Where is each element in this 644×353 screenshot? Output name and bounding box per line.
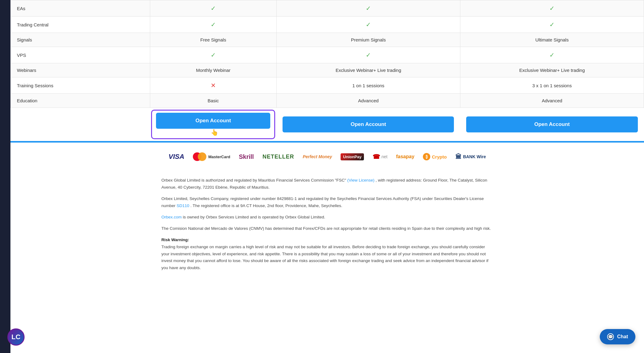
check-icon: ✓ — [549, 52, 555, 58]
table-row: Training Sessions ✕ 1 on 1 sessions 3 x … — [11, 77, 644, 94]
row-label: EAs — [11, 0, 150, 17]
orbex-link[interactable]: Orbex.com — [162, 215, 182, 219]
table-row: VPS ✓ ✓ ✓ — [11, 47, 644, 63]
fasapay-text: fasapay — [396, 154, 415, 159]
risk-warning-label: Risk Warning: — [162, 237, 189, 242]
col1-value: Basic — [150, 94, 276, 108]
bankwire-logo: 🏛 BANK Wire — [455, 153, 486, 160]
col3-value: ✓ — [460, 17, 644, 33]
neteller-logo: NETELLER — [263, 154, 294, 160]
legal-para4: The Comision National del Mercado de Val… — [162, 225, 493, 232]
col1-value: ✓ — [150, 0, 276, 17]
mastercard-text: MasterCard — [208, 155, 230, 159]
bank-icon: 🏛 — [455, 153, 462, 160]
perfectmoney-logo: Perfect Money — [303, 154, 332, 159]
left-sidebar — [0, 0, 10, 294]
sd110-link[interactable]: SD110 — [177, 203, 189, 208]
empty-cell — [11, 108, 150, 141]
legal-para3: Orbex.com is owned by Orbex Services Lim… — [162, 214, 493, 221]
crypto-text: Crypto — [432, 154, 447, 159]
col3-value: ✓ — [460, 47, 644, 63]
telenet-logo: ☎ .net — [373, 153, 387, 160]
row-label: Education — [11, 94, 150, 108]
col2-value: ✓ — [276, 0, 460, 17]
risk-warning-text: Trading foreign exchange on margin carri… — [162, 245, 489, 270]
open-account-col3: Open Account — [460, 108, 644, 141]
row-label: VPS — [11, 47, 150, 63]
check-icon: ✓ — [366, 21, 371, 28]
col2-value: ✓ — [276, 47, 460, 63]
perfectmoney-text: Perfect Money — [303, 154, 332, 159]
open-account-button-2[interactable]: Open Account — [283, 116, 454, 132]
open-account-row: Open Account 👆 Open Account Open Account — [11, 108, 644, 141]
col2-value: 1 on 1 sessions — [276, 77, 460, 94]
visa-logo: VISA — [169, 153, 184, 161]
col2-value: Advanced — [276, 94, 460, 108]
col3-value: Advanced — [460, 94, 644, 108]
col3-value: Exclusive Webinar+ Live trading — [460, 63, 644, 77]
row-label: Webinars — [11, 63, 150, 77]
col3-value: Ultimate Signals — [460, 33, 644, 47]
legal-para2-rest: . The registered office is at 9A CT Hous… — [190, 203, 342, 208]
skrill-logo: Skrill — [239, 153, 254, 160]
crypto-logo: ₿ Crypto — [423, 153, 447, 160]
legal-para1-text: Orbex Global Limited is authorized and r… — [162, 178, 347, 182]
view-license-link[interactable]: (View License) — [347, 178, 374, 182]
unionpay-text: UnionPay — [343, 155, 361, 159]
table-row: Webinars Monthly Webinar Exclusive Webin… — [11, 63, 644, 77]
col1-value: Free Signals — [150, 33, 276, 47]
cross-icon: ✕ — [211, 82, 216, 89]
col3-value: 3 x 1 on 1 sessions — [460, 77, 644, 94]
table-row: Education Basic Advanced Advanced — [11, 94, 644, 108]
table-row: Trading Central ✓ ✓ ✓ — [11, 17, 644, 33]
col2-value: Premium Signals — [276, 33, 460, 47]
legal-para1: Orbex Global Limited is authorized and r… — [162, 177, 493, 191]
check-icon: ✓ — [211, 5, 216, 12]
open-account-button-1[interactable]: Open Account — [156, 113, 270, 129]
check-icon: ✓ — [549, 5, 555, 12]
mastercard-logo: MasterCard — [193, 152, 230, 161]
col1-value: Monthly Webinar — [150, 63, 276, 77]
open-account-col1: Open Account 👆 — [150, 108, 276, 141]
open-account-button-3[interactable]: Open Account — [466, 116, 638, 132]
col1-value: ✕ — [150, 77, 276, 94]
check-icon: ✓ — [366, 5, 371, 12]
table-row: Signals Free Signals Premium Signals Ult… — [11, 33, 644, 47]
open-account-col2: Open Account — [276, 108, 460, 141]
legal-section: Orbex Global Limited is authorized and r… — [143, 171, 512, 294]
payment-logos-section: VISA MasterCard Skrill NETELLER Perfect … — [10, 143, 644, 171]
legal-para2: Orbex Limited, Seychelles Company, regis… — [162, 195, 493, 210]
check-icon: ✓ — [211, 21, 216, 28]
col2-value: Exclusive Webinar+ Live trading — [276, 63, 460, 77]
bankwire-text: BANK Wire — [463, 154, 486, 159]
row-label: Signals — [11, 33, 150, 47]
crypto-icon: ₿ — [423, 153, 430, 160]
risk-warning-para: Risk Warning: Trading foreign exchange o… — [162, 237, 493, 272]
mc-circle-right — [198, 152, 206, 161]
telenet-text: .net — [380, 154, 387, 159]
table-row: EAs ✓ ✓ ✓ — [11, 0, 644, 17]
telenet-symbol: ☎ — [373, 153, 380, 160]
comparison-table: EAs ✓ ✓ ✓ Trading Central ✓ ✓ ✓ Signals … — [10, 0, 644, 141]
cursor-icon: 👆 — [211, 129, 218, 136]
row-label: Trading Central — [11, 17, 150, 33]
col1-value: ✓ — [150, 47, 276, 63]
fasapay-logo: fasapay — [396, 154, 415, 159]
row-label: Training Sessions — [11, 77, 150, 94]
col1-value: ✓ — [150, 17, 276, 33]
check-icon: ✓ — [549, 21, 555, 28]
check-icon: ✓ — [366, 52, 371, 58]
unionpay-logo: UnionPay — [341, 153, 364, 160]
legal-para3-rest: is owned by Orbex Services Limited and i… — [183, 215, 325, 219]
col2-value: ✓ — [276, 17, 460, 33]
check-icon: ✓ — [211, 52, 216, 58]
col3-value: ✓ — [460, 0, 644, 17]
